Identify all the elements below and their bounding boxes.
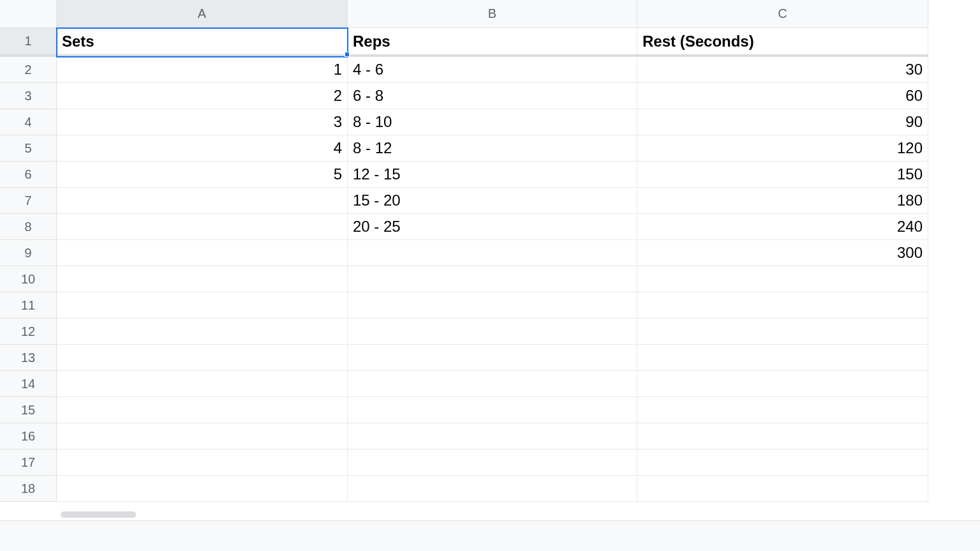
cell-value: 90: [905, 113, 923, 131]
cell-B7[interactable]: 15 - 20: [348, 188, 637, 214]
cell-A17[interactable]: [57, 449, 348, 476]
cell-B13[interactable]: [348, 345, 637, 371]
cell-value: 300: [897, 244, 923, 262]
cell-B5[interactable]: 8 - 12: [348, 135, 637, 162]
cell-value: 2: [334, 87, 342, 105]
row-header-6[interactable]: 6: [0, 162, 57, 188]
cell-B14[interactable]: [348, 371, 637, 397]
row-header-1[interactable]: 1: [0, 28, 57, 57]
row-header-2[interactable]: 2: [0, 57, 57, 83]
cell-A3[interactable]: 2: [57, 83, 348, 109]
cell-value: 6 - 8: [353, 87, 383, 105]
cell-C13[interactable]: [637, 345, 928, 371]
selection-handle[interactable]: [345, 52, 350, 57]
row-header-12[interactable]: 12: [0, 319, 57, 345]
cell-C18[interactable]: [637, 476, 928, 502]
cell-value: 4 - 6: [353, 61, 383, 79]
cell-C10[interactable]: [637, 266, 928, 292]
cell-value: 20 - 25: [353, 218, 401, 236]
cell-B12[interactable]: [348, 319, 637, 345]
cell-A5[interactable]: 4: [57, 135, 348, 162]
row-header-7[interactable]: 7: [0, 188, 57, 214]
cell-value: 12 - 15: [353, 165, 401, 183]
cell-B11[interactable]: [348, 292, 637, 319]
cell-A15[interactable]: [57, 397, 348, 423]
cell-B1[interactable]: Reps: [348, 28, 637, 57]
row-header-13[interactable]: 13: [0, 345, 57, 371]
cell-C14[interactable]: [637, 371, 928, 397]
cell-C5[interactable]: 120: [637, 135, 928, 162]
cell-A18[interactable]: [57, 476, 348, 502]
cell-value: 5: [334, 165, 342, 183]
row-header-15[interactable]: 15: [0, 397, 57, 423]
cell-B9[interactable]: [348, 240, 637, 266]
cell-value: 30: [905, 61, 923, 79]
cell-A8[interactable]: [57, 214, 348, 240]
cell-value: 120: [897, 139, 923, 157]
cell-A12[interactable]: [57, 319, 348, 345]
cell-value: 15 - 20: [353, 192, 401, 209]
row-header-11[interactable]: 11: [0, 292, 57, 319]
cell-B8[interactable]: 20 - 25: [348, 214, 637, 240]
cell-C11[interactable]: [637, 292, 928, 319]
col-header-A[interactable]: A: [57, 0, 348, 28]
cell-B3[interactable]: 6 - 8: [348, 83, 637, 109]
cell-C15[interactable]: [637, 397, 928, 423]
select-all-corner[interactable]: [0, 0, 57, 28]
horizontal-scrollbar-track[interactable]: [0, 510, 980, 519]
row-header-3[interactable]: 3: [0, 83, 57, 109]
row-header-10[interactable]: 10: [0, 266, 57, 292]
cell-B15[interactable]: [348, 397, 637, 423]
cell-C16[interactable]: [637, 423, 928, 449]
cell-A14[interactable]: [57, 371, 348, 397]
cell-A16[interactable]: [57, 423, 348, 449]
cell-A7[interactable]: [57, 188, 348, 214]
cell-C17[interactable]: [637, 449, 928, 476]
cell-C8[interactable]: 240: [637, 214, 928, 240]
cell-C9[interactable]: 300: [637, 240, 928, 266]
row-header-14[interactable]: 14: [0, 371, 57, 397]
cell-value: 60: [905, 87, 923, 105]
cell-A13[interactable]: [57, 345, 348, 371]
cell-C12[interactable]: [637, 319, 928, 345]
cell-value: 3: [334, 113, 342, 131]
cell-C2[interactable]: 30: [637, 57, 928, 83]
cell-value: 8 - 12: [353, 139, 392, 157]
row-header-8[interactable]: 8: [0, 214, 57, 240]
cell-A2[interactable]: 1: [57, 57, 348, 83]
row-header-18[interactable]: 18: [0, 476, 57, 502]
cell-C4[interactable]: 90: [637, 109, 928, 135]
cell-value: Reps: [353, 33, 390, 50]
cell-A11[interactable]: [57, 292, 348, 319]
cell-A4[interactable]: 3: [57, 109, 348, 135]
cell-B17[interactable]: [348, 449, 637, 476]
cell-A6[interactable]: 5: [57, 162, 348, 188]
row-header-17[interactable]: 17: [0, 449, 57, 476]
cell-A10[interactable]: [57, 266, 348, 292]
cell-B6[interactable]: 12 - 15: [348, 162, 637, 188]
cell-C1[interactable]: Rest (Seconds): [637, 28, 928, 57]
cell-A1[interactable]: Sets: [57, 28, 348, 57]
row-header-9[interactable]: 9: [0, 240, 57, 266]
cell-value: Sets: [62, 33, 94, 50]
cell-value: 4: [334, 139, 342, 157]
cell-B4[interactable]: 8 - 10: [348, 109, 637, 135]
cell-B16[interactable]: [348, 423, 637, 449]
cell-C6[interactable]: 150: [637, 162, 928, 188]
horizontal-scrollbar-thumb[interactable]: [61, 511, 136, 518]
row-header-16[interactable]: 16: [0, 423, 57, 449]
cell-value: 1: [334, 61, 342, 79]
cell-value: 180: [897, 192, 923, 209]
row-header-5[interactable]: 5: [0, 135, 57, 162]
cell-C3[interactable]: 60: [637, 83, 928, 109]
cell-value: 240: [897, 218, 923, 236]
cell-A9[interactable]: [57, 240, 348, 266]
col-header-B[interactable]: B: [348, 0, 637, 28]
row-header-4[interactable]: 4: [0, 109, 57, 135]
cell-C7[interactable]: 180: [637, 188, 928, 214]
cell-B18[interactable]: [348, 476, 637, 502]
cell-B10[interactable]: [348, 266, 637, 292]
spreadsheet-grid[interactable]: A B C 1 Sets Reps Rest (Seconds) 2 1 4 -…: [0, 0, 980, 502]
cell-B2[interactable]: 4 - 6: [348, 57, 637, 83]
col-header-C[interactable]: C: [637, 0, 928, 28]
